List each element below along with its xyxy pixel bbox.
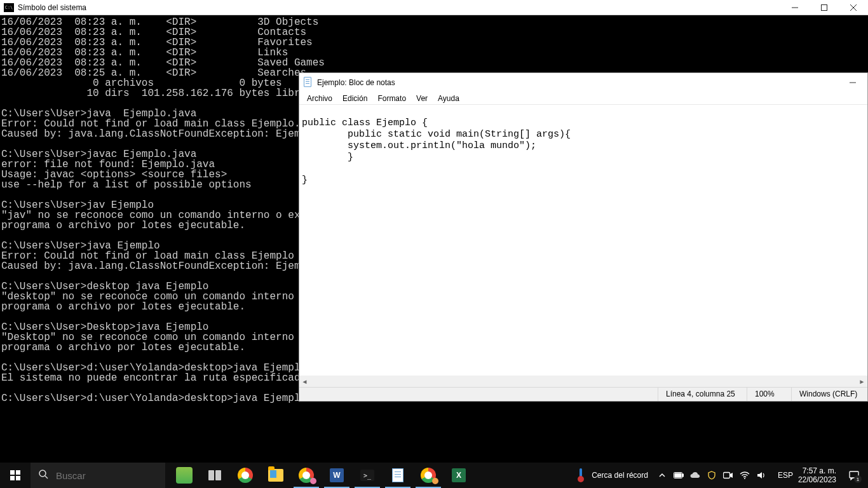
- wifi-icon[interactable]: [740, 470, 750, 480]
- status-zoom: 100%: [747, 388, 791, 401]
- notepad-textarea[interactable]: public class Ejemplo { public static voi…: [299, 105, 867, 376]
- taskbar-app-chrome-profile1[interactable]: [291, 463, 322, 488]
- notepad-title: Ejemplo: Bloc de notas: [317, 78, 838, 87]
- clock-date: 22/06/2023: [798, 475, 836, 484]
- scroll-left-icon[interactable]: ◄: [299, 376, 310, 387]
- profile-badge-icon: [310, 478, 316, 484]
- notepad-titlebar[interactable]: Ejemplo: Bloc de notas: [299, 73, 867, 92]
- battery-icon[interactable]: [674, 470, 684, 480]
- weather-widget[interactable]: Cerca del récord: [575, 468, 648, 483]
- taskbar-app-chrome-profile2[interactable]: [413, 463, 444, 488]
- notepad-menubar: Archivo Edición Formato Ver Ayuda: [299, 92, 867, 105]
- notification-badge: 1: [854, 475, 862, 483]
- notepad-window: Ejemplo: Bloc de notas Archivo Edición F…: [299, 72, 868, 402]
- paint3d-icon: [176, 467, 193, 484]
- status-caret-position: Línea 4, columna 25: [658, 388, 747, 401]
- taskbar: W >_ X Cerca del récord ESP 7:57 a. m. 2…: [0, 463, 868, 488]
- clock[interactable]: 7:57 a. m. 22/06/2023: [798, 466, 836, 484]
- taskbar-search[interactable]: [31, 463, 165, 488]
- svg-rect-1: [822, 4, 827, 10]
- cmd-title: Símbolo del sistema: [18, 3, 780, 12]
- taskbar-app-paint3d[interactable]: [169, 463, 200, 488]
- taskbar-app-cmd[interactable]: >_: [352, 463, 383, 488]
- search-icon: [38, 469, 48, 482]
- svg-line-10: [45, 476, 48, 478]
- chrome-icon: [238, 468, 253, 483]
- language-indicator[interactable]: ESP: [778, 471, 793, 480]
- system-tray: Cerca del récord ESP 7:57 a. m. 22/06/20…: [575, 463, 868, 488]
- search-input[interactable]: [56, 470, 145, 481]
- start-button[interactable]: [0, 463, 31, 488]
- volume-icon[interactable]: [756, 470, 766, 480]
- file-explorer-icon: [268, 469, 283, 482]
- maximize-button[interactable]: [810, 0, 839, 15]
- scroll-right-icon[interactable]: ►: [857, 376, 867, 387]
- svg-marker-15: [730, 473, 733, 478]
- cmd-taskbar-icon: >_: [360, 470, 374, 481]
- profile-badge-icon: [432, 478, 438, 484]
- svg-rect-13: [675, 473, 681, 477]
- svg-rect-5: [10, 470, 15, 475]
- menu-edit[interactable]: Edición: [337, 93, 372, 104]
- meet-now-icon[interactable]: [723, 470, 733, 480]
- svg-rect-8: [16, 476, 20, 480]
- cmd-titlebar[interactable]: C:\ Símbolo del sistema: [0, 0, 868, 15]
- svg-rect-12: [682, 474, 684, 477]
- menu-help[interactable]: Ayuda: [433, 93, 465, 104]
- taskbar-app-word[interactable]: W: [322, 463, 352, 488]
- notepad-icon: [303, 77, 313, 88]
- thermometer-icon: [575, 468, 588, 483]
- close-button[interactable]: [839, 0, 868, 15]
- excel-icon: X: [452, 468, 466, 482]
- status-encoding: Windows (CRLF): [791, 388, 867, 401]
- svg-rect-14: [723, 473, 729, 478]
- svg-marker-17: [757, 472, 762, 478]
- menu-file[interactable]: Archivo: [302, 93, 337, 104]
- security-icon[interactable]: [707, 470, 717, 480]
- notepad-hscrollbar[interactable]: ◄ ►: [299, 376, 867, 387]
- word-icon: W: [330, 468, 344, 482]
- tray-overflow-button[interactable]: [657, 470, 667, 480]
- clock-time: 7:57 a. m.: [798, 466, 836, 475]
- taskbar-app-chrome[interactable]: [230, 463, 261, 488]
- taskbar-app-fileexplorer[interactable]: [261, 463, 291, 488]
- cmd-icon: C:\: [4, 3, 14, 12]
- taskbar-taskview[interactable]: [200, 463, 230, 488]
- svg-rect-6: [16, 470, 20, 475]
- svg-point-16: [744, 478, 745, 479]
- svg-point-9: [39, 470, 46, 477]
- taskbar-app-excel[interactable]: X: [444, 463, 474, 488]
- notepad-taskbar-icon: [392, 468, 403, 482]
- windows-icon: [10, 470, 20, 480]
- onedrive-icon[interactable]: [690, 470, 700, 480]
- svg-rect-7: [10, 476, 15, 480]
- scroll-track[interactable]: [310, 376, 857, 387]
- menu-format[interactable]: Formato: [372, 93, 411, 104]
- menu-view[interactable]: Ver: [411, 93, 433, 104]
- minimize-button[interactable]: [838, 73, 867, 92]
- taskbar-app-notepad[interactable]: [383, 463, 413, 488]
- weather-text: Cerca del récord: [592, 471, 648, 480]
- taskview-icon: [208, 470, 221, 480]
- action-center-button[interactable]: 1: [840, 463, 868, 488]
- notepad-statusbar: Línea 4, columna 25 100% Windows (CRLF): [299, 387, 867, 401]
- minimize-button[interactable]: [780, 0, 810, 15]
